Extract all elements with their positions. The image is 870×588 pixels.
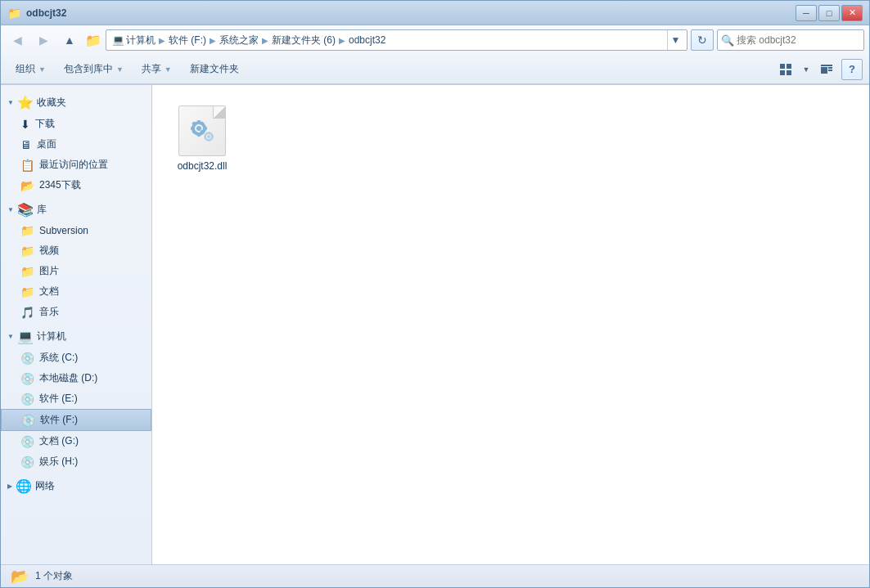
main-content: ▼ ⭐ 收藏夹 ⬇ 下载 🖥 桌面 📋 最近访问的位置 📂 [1,85,869,564]
breadcrumb-sep-4: ▶ [339,36,345,45]
sidebar-item-music[interactable]: 🎵 音乐 [1,302,151,322]
2345-label: 2345下载 [39,178,81,192]
sidebar-item-subversion[interactable]: 📁 Subversion [1,221,151,240]
breadcrumb-folder2[interactable]: 新建文件夹 (6) [269,33,338,48]
svg-point-9 [196,126,201,131]
sidebar-item-d-drive[interactable]: 💿 本地磁盘 (D:) [1,368,151,388]
library-header[interactable]: ▼ 📚 库 [1,199,151,221]
svg-rect-5 [821,67,827,74]
breadcrumb-current[interactable]: odbcjt32 [346,34,388,47]
refresh-button[interactable]: ↻ [691,29,714,51]
file-area: odbcjt32.dll [152,85,869,564]
minimize-button[interactable]: ─ [796,5,817,21]
h-drive-icon: 💿 [20,456,34,469]
details-pane-button[interactable] [815,59,838,80]
sidebar-section-favorites: ▼ ⭐ 收藏夹 ⬇ 下载 🖥 桌面 📋 最近访问的位置 📂 [1,92,151,195]
toolbar-right: ▼ ? [774,59,863,80]
sidebar-item-f-drive[interactable]: 💿 软件 (F:) [1,409,151,431]
restore-button[interactable]: □ [818,5,840,21]
pictures-icon: 📁 [20,265,34,278]
sidebar-item-documents[interactable]: 📁 文档 [1,281,151,302]
subversion-icon: 📁 [20,224,34,237]
sidebar-item-pictures[interactable]: 📁 图片 [1,261,151,281]
sidebar-item-2345[interactable]: 📂 2345下载 [1,175,151,195]
details-pane-icon [820,63,833,76]
favorites-icon: ⭐ [17,95,34,110]
computer-icon: 💻 [17,329,34,344]
file-item-odbcjt32[interactable]: odbcjt32.dll [165,98,239,180]
sidebar-item-g-drive[interactable]: 💿 文档 (G:) [1,431,151,451]
breadcrumb-folder1[interactable]: 系统之家 [217,33,261,48]
e-drive-icon: 💿 [20,393,34,406]
breadcrumb-sep-1: ▶ [159,36,165,45]
g-drive-icon: 💿 [20,435,34,448]
forward-button[interactable]: ▶ [32,29,55,51]
d-drive-label: 本地磁盘 (D:) [39,371,97,385]
close-button[interactable]: ✕ [841,5,863,21]
f-drive-icon: 💿 [21,414,35,427]
window-title: odbcjt32 [26,7,66,19]
desktop-icon: 🖥 [20,138,32,151]
sidebar-item-video[interactable]: 📁 视频 [1,240,151,261]
g-drive-label: 文档 (G:) [39,434,79,448]
svg-rect-13 [204,127,207,130]
pictures-label: 图片 [39,264,59,278]
nav-folder-icon: 📁 [84,31,102,49]
search-bar: 🔍 [717,29,864,51]
svg-point-19 [207,135,210,138]
share-dropdown-icon: ▼ [165,65,172,74]
svg-rect-7 [828,70,832,71]
breadcrumb-drive[interactable]: 软件 (F:) [166,33,209,48]
organize-button[interactable]: 组织 ▼ [7,58,54,81]
svg-rect-4 [821,65,832,66]
svg-rect-22 [205,136,207,138]
title-bar: 📁 odbcjt32 ─ □ ✕ [1,1,869,25]
f-drive-label: 软件 (F:) [40,413,78,427]
sidebar: ▼ ⭐ 收藏夹 ⬇ 下载 🖥 桌面 📋 最近访问的位置 📂 [1,85,152,564]
explorer-window: 📁 odbcjt32 ─ □ ✕ ◀ ▶ ▲ 📁 [0,0,870,588]
gear-svg [184,112,220,148]
share-button[interactable]: 共享 ▼ [133,58,180,81]
video-icon: 📁 [20,245,34,258]
svg-rect-10 [197,120,201,123]
dll-icon [178,105,226,156]
computer-header[interactable]: ▼ 💻 计算机 [1,325,151,348]
search-input[interactable] [737,34,860,46]
desktop-label: 桌面 [37,137,56,151]
sidebar-item-recent[interactable]: 📋 最近访问的位置 [1,155,151,175]
back-button[interactable]: ◀ [6,29,29,51]
e-drive-label: 软件 (E:) [39,392,78,406]
h-drive-label: 娱乐 (H:) [39,455,78,469]
svg-rect-20 [208,132,210,134]
recent-icon: 📋 [20,159,34,172]
view-button[interactable] [774,59,797,80]
recent-label: 最近访问的位置 [39,158,108,172]
c-drive-label: 系统 (C:) [39,351,78,365]
new-folder-button[interactable]: 新建文件夹 [182,58,247,81]
sidebar-item-c-drive[interactable]: 💿 系统 (C:) [1,348,151,368]
documents-icon: 📁 [20,285,34,298]
address-dropdown[interactable]: ▼ [667,30,683,50]
sidebar-item-h-drive[interactable]: 💿 娱乐 (H:) [1,451,151,472]
include-library-button[interactable]: 包含到库中 ▼ [56,58,132,81]
address-bar[interactable]: 💻 计算机 ▶ 软件 (F:) ▶ 系统之家 ▶ 新建文件夹 (6) [106,29,687,51]
svg-rect-3 [787,70,791,75]
sidebar-item-e-drive[interactable]: 💿 软件 (E:) [1,388,151,409]
title-bar-left: 📁 odbcjt32 [7,7,66,20]
music-icon: 🎵 [20,306,34,319]
library-label: 库 [37,203,47,217]
view-dropdown-icon[interactable]: ▼ [800,59,812,80]
sidebar-item-desktop[interactable]: 🖥 桌面 [1,134,151,155]
status-bar: 📂 1 个对象 [1,564,869,587]
breadcrumb-computer[interactable]: 💻 计算机 [110,33,158,48]
up-button[interactable]: ▲ [58,29,81,51]
video-label: 视频 [39,244,59,258]
action-toolbar: 组织 ▼ 包含到库中 ▼ 共享 ▼ 新建文件夹 [1,55,869,84]
help-label: ? [849,63,855,75]
breadcrumb: 💻 计算机 ▶ 软件 (F:) ▶ 系统之家 ▶ 新建文件夹 (6) [110,33,665,48]
help-button[interactable]: ? [841,59,863,80]
svg-rect-6 [828,67,832,69]
network-header[interactable]: ▶ 🌐 网络 [1,475,151,497]
sidebar-item-download[interactable]: ⬇ 下载 [1,114,151,134]
favorites-header[interactable]: ▼ ⭐ 收藏夹 [1,92,151,114]
